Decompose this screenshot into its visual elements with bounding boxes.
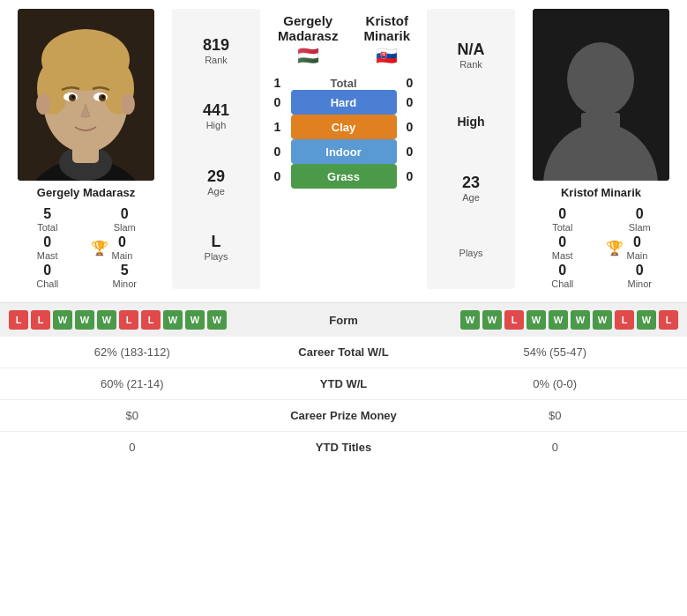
slam-label-right: Slam — [629, 222, 651, 233]
stat-chall-left: 0 Chall — [13, 263, 82, 289]
stats-rows-container: 62% (183-112)Career Total W/L54% (55-47)… — [0, 337, 687, 463]
center-name-left: Gergely Madarasz — [265, 13, 351, 43]
player-left: Gergely Madarasz 5 Total 0 Slam 0 Mast 🏆 — [4, 9, 168, 289]
minor-value-right: 0 — [636, 263, 644, 278]
form-badge-right: L — [659, 310, 678, 330]
form-badge-right: W — [593, 310, 612, 330]
slam-label-left: Slam — [114, 222, 136, 233]
form-badge-right: L — [615, 310, 634, 330]
player-name-right: Kristof Minarik — [561, 186, 641, 199]
high-block-right: High — [457, 115, 484, 129]
form-badge-right: W — [549, 310, 568, 330]
stats-row: 62% (183-112)Career Total W/L54% (55-47) — [0, 337, 687, 368]
mast-label-left: Mast — [37, 250, 58, 261]
trophy-icon-right: 🏆 — [606, 240, 624, 256]
stat-total-left: 5 Total — [13, 206, 82, 233]
stat-minor-right: 0 Minor — [606, 263, 675, 289]
stats-right: $0 — [432, 409, 679, 422]
court-score-left: 1 — [269, 120, 287, 134]
stat-chall-right: 0 Chall — [528, 263, 597, 289]
form-badge-left: W — [53, 310, 72, 330]
stat-slam-right: 0 Slam — [606, 206, 675, 233]
player-photo-right — [533, 9, 669, 181]
svg-point-13 — [101, 95, 105, 99]
court-score-right: 0 — [401, 169, 419, 183]
player-face-left — [18, 9, 154, 181]
form-badge-left: W — [97, 310, 116, 330]
court-badge-indoor: Indoor — [291, 139, 397, 164]
rank-label-right: Rank — [459, 59, 482, 70]
minor-label-left: Minor — [112, 278, 137, 289]
form-badge-right: W — [571, 310, 590, 330]
bottom-section: LLWWWLLWWW Form WWLWWWWLWL 62% (183-112)… — [0, 302, 687, 463]
chall-label-left: Chall — [36, 278, 58, 289]
minor-label-right: Minor — [627, 278, 652, 289]
plays-value-left: L — [212, 233, 221, 251]
stat-main-left: 🏆 0 Main — [91, 234, 160, 261]
court-score-right: 0 — [401, 145, 419, 159]
stat-main-right: 🏆 0 Main — [606, 234, 675, 261]
form-badge-left: W — [75, 310, 94, 330]
stats-center: Career Total W/L — [256, 345, 432, 359]
plays-label-right: Plays — [459, 248, 483, 258]
high-label-display-right: High — [457, 115, 484, 129]
chall-label-right: Chall — [551, 278, 573, 289]
stats-center: YTD W/L — [256, 377, 432, 390]
form-badge-left: L — [141, 310, 161, 330]
stats-mid-left: 819 Rank 441 High 29 Age L Plays — [172, 9, 260, 289]
form-badge-left: W — [185, 310, 205, 330]
stats-left: 60% (21-14) — [9, 377, 256, 390]
svg-rect-19 — [581, 113, 620, 148]
player-photo-left — [18, 9, 154, 181]
age-block-right: 23 Age — [462, 174, 480, 203]
svg-point-14 — [36, 93, 50, 115]
flag-right: 🇸🇰 — [376, 45, 398, 66]
total-value-right: 0 — [558, 206, 566, 222]
age-label-right: Age — [462, 192, 480, 203]
main-container: Gergely Madarasz 5 Total 0 Slam 0 Mast 🏆 — [0, 0, 687, 463]
rank-label-left: Rank — [205, 55, 228, 65]
form-badge-right: W — [460, 310, 480, 330]
top-section: Gergely Madarasz 5 Total 0 Slam 0 Mast 🏆 — [0, 0, 687, 298]
svg-point-17 — [567, 42, 634, 116]
total-label-left: Total — [37, 222, 57, 233]
stats-left: 0 — [9, 441, 256, 454]
age-block-left: 29 Age — [207, 167, 225, 197]
form-row: LLWWWLLWWW Form WWLWWWWLWL — [0, 303, 687, 337]
court-score-right: 0 — [401, 120, 419, 134]
court-score-left: 1 — [269, 76, 287, 90]
court-row: 0Indoor0 — [269, 139, 419, 164]
rank-value-left: 819 — [203, 36, 229, 55]
plays-block-left: L Plays — [205, 233, 228, 262]
stat-mast-right: 0 Mast — [528, 234, 597, 261]
svg-point-15 — [121, 93, 135, 115]
rank-block-right: N/A Rank — [458, 41, 485, 70]
center-name-left-col: Gergely Madarasz 🇭🇺 — [265, 13, 351, 66]
minor-value-left: 5 — [121, 263, 129, 278]
center-name-right: Kristof Minarik — [351, 13, 422, 43]
form-badge-left: W — [163, 310, 183, 330]
center-name-right-col: Kristof Minarik 🇸🇰 — [351, 13, 422, 66]
age-value-left: 29 — [207, 167, 225, 186]
stats-center: YTD Titles — [256, 441, 432, 454]
court-total-label: Total — [291, 77, 397, 90]
form-badge-right: W — [526, 310, 546, 330]
court-score-right: 0 — [401, 76, 419, 90]
court-score-left: 0 — [269, 169, 287, 183]
main-label-right: Main — [627, 250, 648, 261]
svg-point-12 — [71, 95, 75, 99]
flag-left: 🇭🇺 — [297, 45, 319, 66]
player-stats-left: 5 Total 0 Slam 0 Mast 🏆 0 Main — [4, 206, 168, 289]
form-badges-right: WWLWWWWLWL — [401, 310, 679, 330]
stat-minor-left: 5 Minor — [91, 263, 160, 289]
player-right: Kristof Minarik 0 Total 0 Slam 0 Mast 🏆 — [519, 9, 683, 289]
court-badge-grass: Grass — [291, 164, 397, 189]
center-section: Gergely Madarasz 🇭🇺 Kristof Minarik 🇸🇰 1… — [265, 9, 422, 289]
plays-label-left: Plays — [205, 251, 228, 262]
total-value-left: 5 — [43, 206, 51, 222]
slam-value-right: 0 — [636, 206, 644, 222]
main-value-left: 0 — [118, 234, 126, 250]
stat-mast-left: 0 Mast — [13, 234, 82, 261]
court-score-left: 0 — [269, 145, 287, 159]
stats-left: $0 — [9, 409, 256, 422]
